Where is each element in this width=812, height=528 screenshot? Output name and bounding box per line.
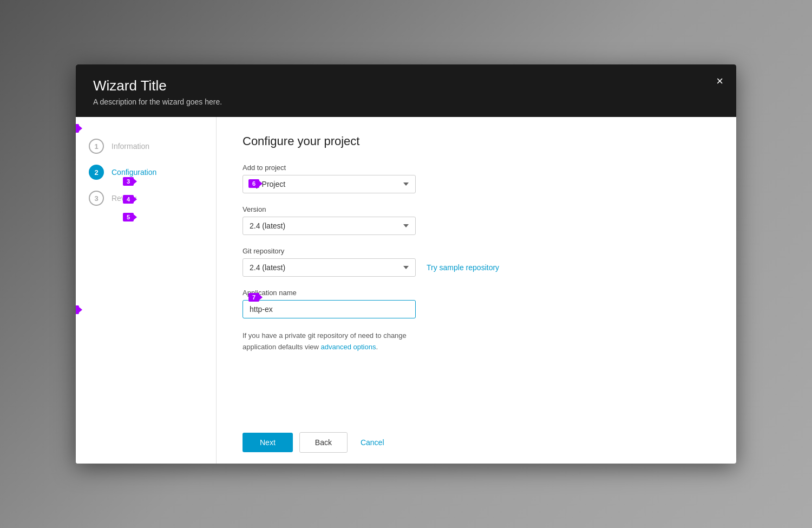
wizard-footer: Next Back Cancel [217,421,736,464]
badge-2: 2 [76,305,79,314]
wizard-modal: 1 2 3 4 5 6 7 8 Wizard Title A descripti… [76,64,736,464]
badge-6: 6 [248,179,259,188]
badge-1: 1 [76,124,79,133]
wizard-description: A description for the wizard goes here. [93,97,719,106]
sidebar-item-configuration[interactable]: 2 Configuration [76,159,216,185]
application-name-label: Application name [243,289,710,297]
application-name-input[interactable] [243,300,416,318]
sidebar-item-information[interactable]: 1 Information [76,133,216,159]
step-3-number: 3 [89,191,104,206]
step-2-number: 2 [89,165,104,180]
wizard-body: 1 Information 2 Configuration 3 Review C… [76,117,736,464]
badge-3: 3 [123,177,134,186]
step-1-label: Information [112,142,149,151]
application-name-group: Application name [243,289,710,318]
version-group: Version 2.4 (latest) 2.3 2.2 2.1 [243,205,710,235]
add-to-project-select[interactable]: My Project Project A Project B [243,175,416,193]
advanced-options-link[interactable]: advanced options [321,343,376,351]
badge-5: 5 [123,213,134,221]
git-repository-label: Git repository [243,247,710,255]
step-1-number: 1 [89,139,104,154]
wizard-main: Configure your project Add to project My… [217,117,736,464]
add-to-project-group: Add to project My Project Project A Proj… [243,164,710,193]
add-to-project-label: Add to project [243,164,710,172]
version-select[interactable]: 2.4 (latest) 2.3 2.2 2.1 [243,217,416,235]
next-button[interactable]: Next [243,433,293,452]
back-button[interactable]: Back [299,432,348,453]
git-repository-select[interactable]: 2.4 (latest) 2.3 2.2 [243,258,416,277]
section-title: Configure your project [243,134,710,148]
badge-4: 4 [123,195,134,204]
git-repository-group: Git repository 2.4 (latest) 2.3 2.2 Try … [243,247,710,277]
wizard-header: Wizard Title A description for the wizar… [76,64,736,117]
close-button[interactable]: × [716,75,723,87]
wizard-sidebar: 1 Information 2 Configuration 3 Review [76,117,217,464]
cancel-button[interactable]: Cancel [354,433,391,452]
badge-7: 7 [248,293,259,302]
wizard-title: Wizard Title [93,77,719,94]
step-2-label: Configuration [112,168,156,177]
hint-text: If you have a private git repository of … [243,330,416,353]
sidebar-item-review[interactable]: 3 Review [76,185,216,211]
version-label: Version [243,205,710,213]
git-repo-row: 2.4 (latest) 2.3 2.2 Try sample reposito… [243,258,710,277]
try-sample-repository-link[interactable]: Try sample repository [427,263,499,272]
wizard-content-area: Configure your project Add to project My… [217,117,736,421]
